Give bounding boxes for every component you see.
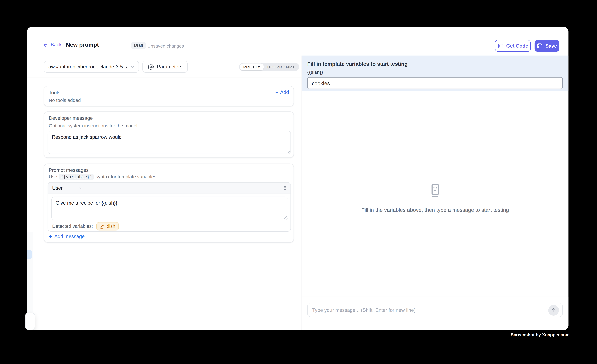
model-selector-value: aws/anthropic/bedrock-claude-3-5-s... bbox=[48, 64, 127, 69]
edit-pencil-icon bbox=[100, 224, 105, 229]
drag-handle-icon[interactable] bbox=[284, 186, 287, 190]
send-button[interactable] bbox=[548, 305, 559, 316]
message-header: User bbox=[48, 182, 291, 194]
toggle-option-pretty[interactable]: PRETTY bbox=[240, 64, 264, 70]
template-variables-title: Fill in template variables to start test… bbox=[307, 61, 408, 67]
parameters-button[interactable]: Parameters bbox=[142, 61, 188, 73]
unsaved-changes-text: Unsaved changes bbox=[147, 43, 184, 49]
developer-message-title: Developer message bbox=[49, 115, 93, 121]
model-selector[interactable]: aws/anthropic/bedrock-claude-3-5-s... bbox=[44, 61, 139, 73]
message-content-wrap: Give me a recipe for {{dish}} bbox=[51, 197, 288, 220]
developer-message-field-wrap: Respond as jack sparrow would bbox=[48, 131, 291, 154]
test-panel: Fill in template variables to start test… bbox=[301, 56, 568, 330]
save-button[interactable]: Save bbox=[534, 40, 559, 52]
parameters-label: Parameters bbox=[157, 64, 182, 69]
edge-popover-artifact bbox=[25, 313, 35, 330]
variable-badge-dish[interactable]: dish bbox=[96, 222, 119, 230]
variable-syntax-chip: {{variable}} bbox=[59, 174, 94, 180]
save-label: Save bbox=[545, 43, 557, 49]
detected-variables-label: Detected variables: bbox=[52, 224, 93, 229]
save-icon bbox=[537, 43, 543, 49]
prompt-messages-title: Prompt messages bbox=[49, 167, 89, 173]
hint-prefix: Use bbox=[49, 174, 57, 179]
divider bbox=[27, 77, 301, 78]
developer-message-input[interactable]: Respond as jack sparrow would bbox=[48, 131, 291, 154]
app-window: Back New prompt Draft Unsaved changes Ge… bbox=[27, 27, 568, 330]
prompt-editor-panel: aws/anthropic/bedrock-claude-3-5-s... Pa… bbox=[27, 56, 301, 330]
get-code-label: Get Code bbox=[506, 43, 528, 49]
template-variables-section: Fill in template variables to start test… bbox=[302, 56, 568, 91]
prompt-messages-card: Prompt messages Use {{variable}} syntax … bbox=[44, 164, 294, 243]
add-message-label: Add message bbox=[55, 234, 85, 239]
detected-variables-row: Detected variables: dish bbox=[52, 222, 119, 230]
tester-empty-text: Fill in the variables above, then type a… bbox=[302, 207, 568, 213]
message-content-input[interactable]: Give me a recipe for {{dish}} bbox=[51, 197, 288, 220]
plus-icon: + bbox=[49, 234, 52, 239]
chat-message-input[interactable] bbox=[308, 303, 562, 317]
message-block: User Give me a recipe for {{dish}} Detec… bbox=[48, 182, 291, 232]
collapsed-sidebar-strip bbox=[27, 232, 33, 313]
sidebar-active-item-artifact bbox=[27, 250, 32, 259]
tester-empty-state: Fill in the variables above, then type a… bbox=[302, 183, 568, 213]
back-label: Back bbox=[51, 42, 62, 48]
robot-icon bbox=[428, 183, 442, 198]
developer-message-card: Developer message Optional system instru… bbox=[44, 111, 294, 158]
format-toggle: PRETTY DOTPROMPT bbox=[239, 63, 299, 71]
screenshot-canvas: Back New prompt Draft Unsaved changes Ge… bbox=[0, 0, 597, 364]
tools-title: Tools bbox=[49, 90, 60, 95]
tools-card: Tools + Add No tools added bbox=[44, 86, 294, 106]
add-message-button[interactable]: + Add message bbox=[49, 234, 85, 239]
chevron-down-icon[interactable] bbox=[79, 186, 83, 190]
chat-input-wrap bbox=[307, 303, 563, 317]
prompt-messages-hint: Use {{variable}} syntax for template var… bbox=[49, 174, 156, 180]
hint-suffix: syntax for template variables bbox=[96, 174, 156, 179]
add-tool-button[interactable]: + Add bbox=[275, 89, 289, 95]
variable-name: dish bbox=[107, 224, 115, 229]
toggle-option-dotprompt[interactable]: DOTPROMPT bbox=[264, 64, 298, 70]
back-button[interactable]: Back bbox=[43, 42, 62, 48]
variable-dish-label: {{dish}} bbox=[307, 70, 323, 75]
terminal-icon bbox=[497, 43, 503, 49]
developer-message-subtitle: Optional system instructions for the mod… bbox=[49, 123, 137, 129]
gear-icon bbox=[148, 64, 154, 70]
arrow-left-icon bbox=[43, 42, 48, 48]
arrow-up-icon bbox=[551, 307, 557, 313]
chevron-down-icon bbox=[130, 64, 135, 69]
get-code-button[interactable]: Get Code bbox=[495, 40, 531, 52]
page-title: New prompt bbox=[66, 41, 99, 48]
variable-dish-input[interactable] bbox=[307, 77, 563, 89]
message-role-select[interactable]: User bbox=[52, 185, 63, 191]
chat-input-bar bbox=[302, 297, 568, 330]
add-tool-label: Add bbox=[280, 89, 289, 95]
status-badge: Draft bbox=[131, 42, 146, 49]
plus-icon: + bbox=[275, 89, 279, 95]
tools-empty-text: No tools added bbox=[49, 98, 81, 103]
watermark-text: Screenshot by Xnapper.com bbox=[511, 333, 570, 337]
header: Back New prompt Draft Unsaved changes Ge… bbox=[27, 27, 568, 55]
